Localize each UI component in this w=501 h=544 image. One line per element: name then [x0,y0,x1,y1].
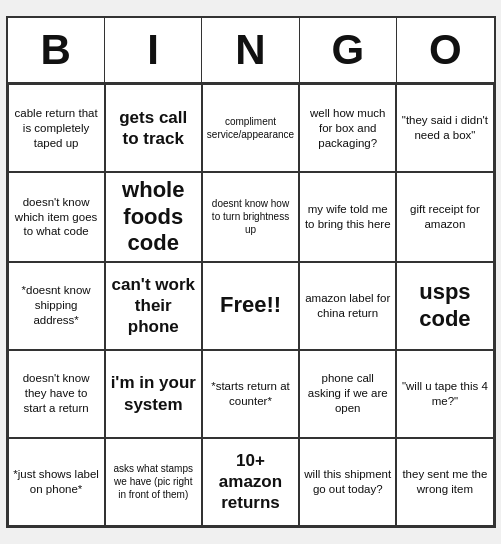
bingo-cell-16: i'm in your system [105,350,202,438]
bingo-cell-5: doesn't know which item goes to what cod… [8,172,105,261]
bingo-cell-22: 10+ amazon returns [202,438,299,526]
bingo-cell-1: gets call to track [105,84,202,172]
bingo-cell-2: compliment service/appearance [202,84,299,172]
header-letter-i: I [105,18,202,82]
bingo-cell-9: gift receipt for amazon [396,172,493,261]
bingo-grid: cable return that is completely taped up… [8,84,494,525]
bingo-cell-21: asks what stamps we have (pic right in f… [105,438,202,526]
bingo-cell-23: will this shipment go out today? [299,438,396,526]
bingo-cell-20: *just shows label on phone* [8,438,105,526]
bingo-cell-0: cable return that is completely taped up [8,84,105,172]
bingo-cell-6: whole foods code [105,172,202,261]
bingo-cell-17: *starts return at counter* [202,350,299,438]
bingo-cell-15: doesn't know they have to start a return [8,350,105,438]
bingo-cell-11: can't work their phone [105,262,202,350]
bingo-cell-10: *doesnt know shipping address* [8,262,105,350]
header-letter-b: B [8,18,105,82]
bingo-cell-8: my wife told me to bring this here [299,172,396,261]
bingo-cell-13: amazon label for china return [299,262,396,350]
bingo-cell-24: they sent me the wrong item [396,438,493,526]
bingo-cell-14: usps code [396,262,493,350]
header-letter-g: G [300,18,397,82]
bingo-header: BINGO [8,18,494,84]
header-letter-o: O [397,18,493,82]
bingo-cell-19: "will u tape this 4 me?" [396,350,493,438]
bingo-cell-7: doesnt know how to turn brightness up [202,172,299,261]
bingo-cell-3: well how much for box and packaging? [299,84,396,172]
bingo-card: BINGO cable return that is completely ta… [6,16,496,527]
bingo-cell-4: "they said i didn't need a box" [396,84,493,172]
header-letter-n: N [202,18,299,82]
bingo-cell-12: Free!! [202,262,299,350]
bingo-cell-18: phone call asking if we are open [299,350,396,438]
